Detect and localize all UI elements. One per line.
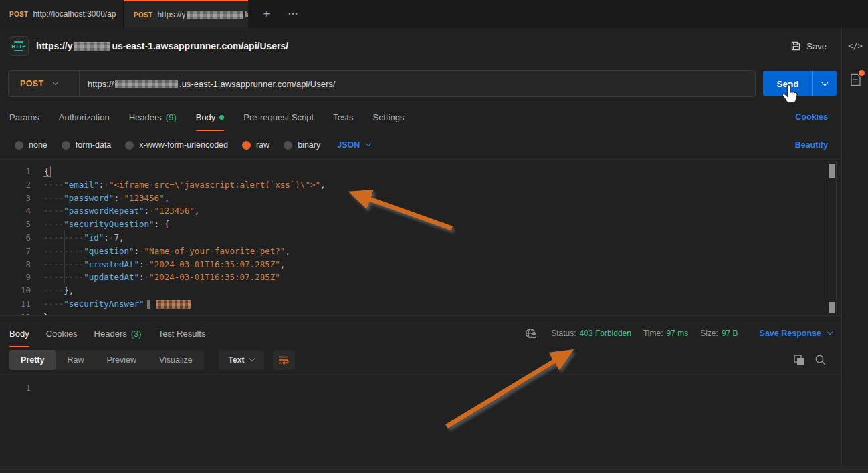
indent-guide [64, 231, 65, 284]
editor-line[interactable]: 10····}, [0, 284, 841, 297]
body-type-binary[interactable]: binary [284, 140, 320, 150]
response-tab-cookies[interactable]: Cookies [46, 319, 78, 347]
response-tab-headers[interactable]: Headers(3) [94, 319, 142, 347]
open-request-tab-active[interactable]: POST https://yk.us-ea [124, 0, 248, 28]
body-type-none[interactable]: none [15, 140, 47, 150]
request-header: HTTP https://yus-east-1.awsapprunner.com… [0, 28, 841, 64]
response-body[interactable]: 1 [0, 374, 841, 466]
editor-line[interactable]: 7········"question":·"Name·of·your·favor… [0, 245, 841, 258]
body-type-raw[interactable]: raw [242, 140, 269, 150]
response-view-tabs: PrettyRawPreviewVisualize [9, 350, 204, 370]
tab-tests[interactable]: Tests [333, 103, 353, 131]
request-url-input[interactable]: https://.us-east-1.awsapprunner.com/api/… [80, 79, 755, 89]
chevron-down-icon [822, 79, 829, 86]
status-bar [0, 466, 868, 473]
body-type-x-www-form-urlencoded[interactable]: x-www-form-urlencoded [125, 140, 228, 150]
editor-line[interactable]: 3····"password":·"123456", [0, 192, 841, 205]
scrollbar-thumb[interactable] [829, 302, 835, 313]
documentation-button[interactable] [842, 73, 868, 86]
new-tab-button[interactable]: + [257, 4, 277, 24]
tab-headers[interactable]: Headers(9) [129, 103, 177, 131]
method-dropdown[interactable]: POST [9, 71, 80, 96]
chevron-down-icon [249, 356, 255, 361]
save-button[interactable]: Save [790, 28, 827, 64]
tab-pre-request-script[interactable]: Pre-request Script [243, 103, 314, 131]
request-body-editor[interactable]: 1{2····"email":·"<iframe·src=\"javascrip… [0, 159, 841, 316]
documentation-icon [850, 73, 861, 86]
tab-authorization[interactable]: Authorization [59, 103, 110, 131]
view-tab-pretty[interactable]: Pretty [9, 350, 56, 370]
beautify-link[interactable]: Beautify [795, 131, 828, 159]
cookies-link[interactable]: Cookies [795, 103, 828, 131]
redacted-title-segment [74, 42, 110, 51]
url-builder-row: POST https://.us-east-1.awsapprunner.com… [0, 64, 841, 103]
redacted-value [156, 300, 191, 309]
response-tab-test-results[interactable]: Test Results [158, 319, 206, 347]
request-title: https://yus-east-1.awsapprunner.com/api/… [36, 41, 288, 51]
wrap-text-icon [278, 355, 290, 365]
send-button[interactable]: Send [763, 71, 812, 96]
tab-params[interactable]: Params [9, 103, 39, 131]
time-badge: Time: 97 ms [643, 329, 688, 338]
response-toolbar: PrettyRawPreviewVisualize Text [0, 346, 841, 374]
editor-line[interactable]: 9········"updatedAt":·"2024-03-01T16:35:… [0, 271, 841, 284]
chevron-down-icon [366, 141, 371, 146]
unsaved-dot [219, 115, 224, 120]
redacted-url-segment [187, 11, 243, 19]
editor-line[interactable]: 1{ [0, 165, 841, 178]
notification-dot [859, 70, 865, 76]
response-tab-body[interactable]: Body [9, 319, 29, 347]
editor-line[interactable]: 5····"securityQuestion":·{ [0, 218, 841, 231]
response-format-dropdown[interactable]: Text [219, 350, 264, 370]
radio-icon [62, 141, 70, 150]
scrollbar-thumb[interactable] [829, 164, 835, 178]
request-tabs: ParamsAuthorizationHeaders(9)BodyPre-req… [0, 103, 841, 131]
radio-icon [125, 141, 134, 150]
view-tab-preview[interactable]: Preview [95, 350, 147, 370]
save-floppy-icon [790, 41, 801, 51]
wrap-line-button[interactable] [273, 350, 295, 370]
chevron-down-icon [52, 80, 58, 85]
response-tool-icons [793, 350, 827, 370]
http-request-icon: HTTP [9, 36, 29, 56]
editor-line[interactable]: 6········"id":·7, [0, 231, 841, 245]
code-snippet-button[interactable]: </> [842, 41, 868, 51]
response-tabs: BodyCookiesHeaders(3)Test Results [9, 319, 205, 347]
tab-method-badge: POST [9, 11, 28, 18]
view-tab-raw[interactable]: Raw [56, 350, 95, 370]
request-pane: HTTP https://yus-east-1.awsapprunner.com… [0, 28, 841, 466]
tab-body[interactable]: Body [196, 103, 225, 131]
view-tab-visualize[interactable]: Visualize [148, 350, 204, 370]
network-globe-icon [525, 327, 538, 339]
radio-icon [284, 141, 292, 150]
editor-line[interactable]: 11····"securityAnswer" [0, 297, 841, 311]
url-box: POST https://.us-east-1.awsapprunner.com… [8, 70, 756, 97]
status-badge: Status: 403 Forbidden [551, 329, 631, 338]
body-type-form-data[interactable]: form-data [62, 140, 112, 150]
response-line-number: 1 [0, 381, 31, 395]
response-meta: Status: 403 Forbidden Time: 97 ms Size: … [525, 319, 832, 347]
radio-icon [242, 141, 251, 150]
format-dropdown[interactable]: JSON [337, 140, 370, 150]
tab-settings[interactable]: Settings [372, 103, 404, 131]
editor-line[interactable]: 2····"email":·"<iframe·src=\"javascript:… [0, 178, 841, 192]
editor-line[interactable]: 8········"createdAt":·"2024-03-01T16:35:… [0, 258, 841, 271]
tab-url-text: https://yk.us-ea [157, 10, 248, 19]
tab-options-icon[interactable]: ••• [284, 4, 304, 24]
search-icon[interactable] [815, 354, 827, 366]
send-button-group: Send [763, 71, 837, 96]
request-tab-bar: POST http://localhost:3000/ap POST https… [0, 0, 868, 28]
right-sidebar: </> [841, 28, 868, 466]
copy-icon[interactable] [793, 354, 805, 366]
radio-icon [15, 141, 23, 150]
editor-scrollbar [827, 161, 837, 314]
editor-line[interactable]: 4····"passwordRepeat":·"123456", [0, 204, 841, 218]
send-options-button[interactable] [812, 71, 837, 96]
postman-window: POST http://localhost:3000/ap POST https… [0, 0, 868, 473]
size-badge: Size: 97 B [700, 329, 738, 338]
save-response-button[interactable]: Save Response [760, 329, 832, 338]
editor-line[interactable]: 12} [0, 311, 841, 316]
body-type-row: noneform-datax-www-form-urlencodedrawbin… [0, 131, 841, 159]
open-request-tab-localhost[interactable]: POST http://localhost:3000/ap [0, 0, 124, 28]
chevron-down-icon [827, 329, 833, 335]
